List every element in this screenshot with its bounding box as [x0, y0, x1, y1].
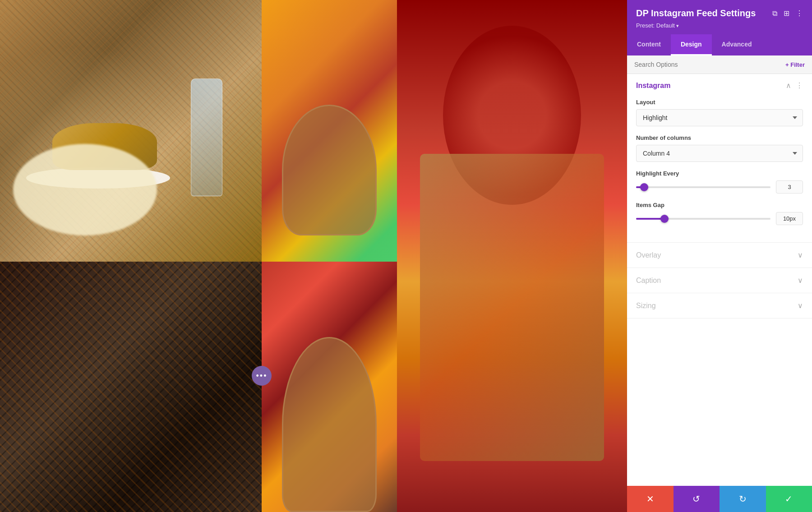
items-gap-field-group: Items Gap 10px [636, 202, 803, 225]
overlay-section-title: Overlay [636, 251, 661, 259]
highlight-every-field-group: Highlight Every 3 [636, 170, 803, 194]
copy-icon[interactable]: ⧉ [772, 9, 777, 18]
photo-cell-3 [397, 0, 627, 512]
photo-area: ••• [0, 0, 627, 512]
photo-cell-4 [0, 262, 262, 512]
items-gap-label: Items Gap [636, 202, 803, 208]
panel-header: DP Instagram Feed Settings ⧉ ⊞ ⋮ Preset:… [627, 0, 812, 34]
photo-cell-1 [0, 0, 262, 262]
panel-title-row: DP Instagram Feed Settings ⧉ ⊞ ⋮ [636, 8, 803, 18]
columns-field-group: Number of columns Column 1 Column 2 Colu… [636, 134, 803, 162]
tab-advanced[interactable]: Advanced [712, 34, 762, 55]
tab-design[interactable]: Design [671, 34, 712, 55]
caption-section[interactable]: Caption ∨ [627, 268, 812, 293]
overlay-chevron-icon: ∨ [798, 251, 803, 259]
action-bar: ✕ ↺ ↻ ✓ [627, 486, 812, 512]
sizing-section-title: Sizing [636, 302, 656, 310]
layout-label: Layout [636, 99, 803, 106]
items-gap-value: 10px [776, 212, 803, 225]
highlight-every-label: Highlight Every [636, 170, 803, 177]
items-gap-track [636, 218, 770, 220]
caption-section-title: Caption [636, 277, 661, 285]
panel-title-icons: ⧉ ⊞ ⋮ [772, 9, 803, 18]
sizing-section[interactable]: Sizing ∨ [627, 293, 812, 318]
settings-panel: DP Instagram Feed Settings ⧉ ⊞ ⋮ Preset:… [627, 0, 812, 512]
panel-subtitle[interactable]: Preset: Default [636, 22, 803, 29]
photo-cell-5 [262, 262, 397, 512]
kebab-icon[interactable]: ⋮ [796, 81, 803, 90]
panel-content[interactable]: Instagram ∧ ⋮ Layout Highlight Grid Maso… [627, 74, 812, 486]
save-button[interactable]: ✓ [766, 486, 812, 512]
panel-title: DP Instagram Feed Settings [636, 8, 756, 18]
columns-label: Number of columns [636, 134, 803, 141]
cancel-button[interactable]: ✕ [627, 486, 674, 512]
layout-select[interactable]: Highlight Grid Masonry Carousel [636, 109, 803, 126]
columns-select[interactable]: Column 1 Column 2 Column 3 Column 4 Colu… [636, 145, 803, 162]
highlight-every-thumb[interactable] [640, 183, 648, 191]
instagram-section-header[interactable]: Instagram ∧ ⋮ [627, 74, 812, 97]
instagram-section-body: Layout Highlight Grid Masonry Carousel N… [627, 97, 812, 242]
search-input[interactable] [634, 61, 782, 68]
highlight-every-slider-row: 3 [636, 180, 803, 194]
highlight-every-value: 3 [776, 180, 803, 194]
redo-button[interactable]: ↻ [720, 486, 766, 512]
more-icon[interactable]: ⋮ [796, 9, 803, 18]
highlight-every-track [636, 186, 770, 188]
items-gap-fill [636, 218, 663, 220]
tab-content[interactable]: Content [627, 34, 671, 55]
chevron-up-icon[interactable]: ∧ [786, 81, 791, 90]
undo-button[interactable]: ↺ [674, 486, 720, 512]
overlay-section[interactable]: Overlay ∨ [627, 243, 812, 268]
three-dots-icon: ••• [256, 371, 268, 381]
sizing-chevron-icon: ∨ [798, 301, 803, 310]
items-gap-thumb[interactable] [660, 215, 669, 223]
instagram-section: Instagram ∧ ⋮ Layout Highlight Grid Maso… [627, 74, 812, 243]
caption-chevron-icon: ∨ [798, 276, 803, 285]
photo-grid [0, 0, 627, 512]
photo-cell-2 [262, 0, 397, 262]
filter-button[interactable]: + Filter [785, 61, 805, 68]
layout-field-group: Layout Highlight Grid Masonry Carousel [636, 99, 803, 126]
grid-icon[interactable]: ⊞ [784, 9, 789, 18]
search-bar: + Filter [627, 55, 812, 74]
section-header-icons: ∧ ⋮ [786, 81, 803, 90]
more-options-button[interactable]: ••• [252, 366, 272, 386]
items-gap-slider-row: 10px [636, 212, 803, 225]
instagram-section-title: Instagram [636, 82, 670, 90]
panel-tabs: Content Design Advanced [627, 34, 812, 55]
